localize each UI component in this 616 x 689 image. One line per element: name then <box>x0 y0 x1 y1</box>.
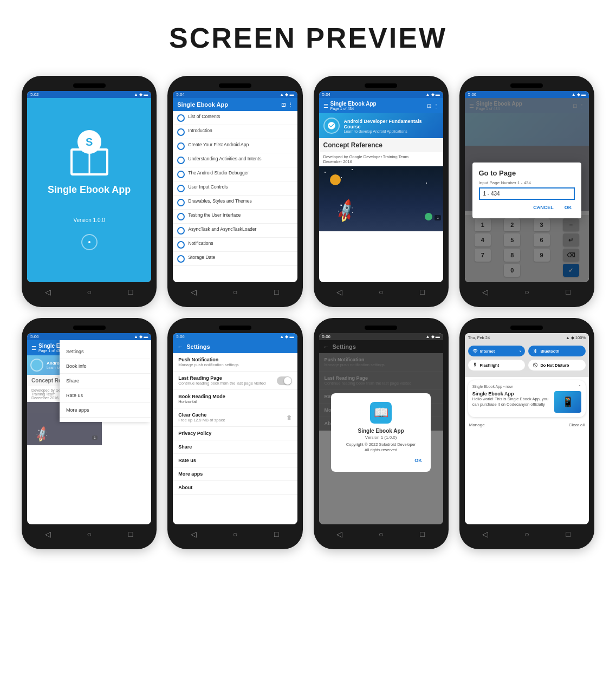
settings-item-rateus[interactable]: Rate us <box>173 454 297 467</box>
qs-internet-label: Internet <box>480 349 495 354</box>
course-title: Android Developer Fundamentals Course <box>344 119 439 129</box>
toggle-lastpage[interactable] <box>277 376 292 385</box>
cache-clear-icon[interactable]: 🗑 <box>287 414 292 420</box>
drawer-item-share[interactable]: Share <box>60 374 151 388</box>
drawer-hamburger[interactable]: ☰ <box>31 345 36 351</box>
about-ok-button[interactable]: OK <box>340 458 422 463</box>
cancel-button[interactable]: CANCEL <box>530 203 557 212</box>
notif-manage-button[interactable]: Manage <box>469 422 485 427</box>
nav-back-5[interactable]: ◁ <box>42 529 53 540</box>
toc-item-1[interactable]: Introduction <box>173 125 297 139</box>
toc-bullet-3 <box>177 157 185 164</box>
status-bar-5: 5:06 ▲ ◆ ▬ <box>27 333 151 340</box>
qs-internet[interactable]: Internet › <box>468 346 526 356</box>
nav-home-8[interactable]: ○ <box>521 529 532 540</box>
nav-recent-2[interactable]: □ <box>271 287 282 297</box>
nav-recent-5[interactable]: □ <box>125 529 136 540</box>
toc-item-2[interactable]: Create Your First Android App <box>173 139 297 153</box>
nav-bar-2: ◁ ○ □ <box>173 282 297 300</box>
nav-home-2[interactable]: ○ <box>230 287 241 297</box>
nav-back-2[interactable]: ◁ <box>188 287 199 297</box>
nav-home-6[interactable]: ○ <box>230 529 241 540</box>
drawer-item-bookinfo[interactable]: Book info <box>60 359 151 374</box>
toc-item-10[interactable]: Storage Date <box>173 252 297 266</box>
drawer-item-settings[interactable]: Settings <box>60 344 151 359</box>
nav-home-4[interactable]: ○ <box>521 287 532 297</box>
nav-recent-3[interactable]: □ <box>417 287 428 297</box>
status-time-7: 5:06 <box>322 334 331 339</box>
notif-card-thumbnail: 📱 <box>554 391 581 413</box>
drawer-item-rateus[interactable]: Rate us <box>60 388 151 403</box>
nav-home-3[interactable]: ○ <box>375 287 386 297</box>
ok-button[interactable]: OK <box>561 203 575 212</box>
quick-settings: Internet › Bluetooth Flashlight <box>465 342 589 377</box>
nav-bar-7: ◁ ○ □ <box>319 524 443 542</box>
more-icon[interactable]: ⋮ <box>433 103 439 109</box>
settings-item-readmode[interactable]: Book Reading Mode Horizontal <box>173 390 297 408</box>
qs-row-2: Flashlight Do Not Disturb <box>468 360 586 370</box>
toc-bullet-8 <box>177 227 185 235</box>
settings-item-share[interactable]: Share <box>173 440 297 454</box>
toc-item-7[interactable]: Testing the User Interface <box>173 210 297 224</box>
settings-item-about[interactable]: About <box>173 481 297 495</box>
nav-back-1[interactable]: ◁ <box>42 287 53 297</box>
goto-input-label: Input Page Number 1 - 434 <box>479 180 575 185</box>
nav-home-1[interactable]: ○ <box>84 287 95 297</box>
qs-dnd[interactable]: Do Not Disturb <box>528 360 586 370</box>
nav-bar-5: ◁ ○ □ <box>27 524 151 542</box>
settings-item-privacy[interactable]: Privacy Policy <box>173 427 297 440</box>
settings-item-moreapps[interactable]: More apps <box>173 467 297 481</box>
settings-back-icon[interactable]: ← <box>177 343 183 350</box>
phone-notch-5 <box>73 326 106 330</box>
cast-icon[interactable]: ⊡ <box>427 103 431 109</box>
hamburger-icon[interactable]: ☰ <box>323 103 328 109</box>
goto-dialog-buttons: CANCEL OK <box>479 203 575 212</box>
nav-recent-6[interactable]: □ <box>271 529 282 540</box>
star-4 <box>426 183 427 184</box>
nav-back-4[interactable]: ◁ <box>480 287 491 297</box>
space-scene: 🚀 1 <box>319 166 443 231</box>
nav-recent-1[interactable]: □ <box>125 287 136 297</box>
nav-recent-7[interactable]: □ <box>417 529 428 540</box>
qs-chevron-right: › <box>520 349 521 354</box>
toc-item-6[interactable]: Drawables, Styles and Themes <box>173 196 297 210</box>
nav-home-5[interactable]: ○ <box>84 529 95 540</box>
toc-item-3[interactable]: Understanding Activities and Intents <box>173 153 297 167</box>
toc-item-8[interactable]: AsyncTask and AsyncTaskLoader <box>173 224 297 238</box>
toc-item-9[interactable]: Notifications <box>173 238 297 252</box>
phone-4: 5:06 ▲ ◆ ▬ ☰ Single Ebook App Page 1 of … <box>459 76 594 307</box>
nav-recent-8[interactable]: □ <box>563 529 574 540</box>
splash-screen: S Single Ebook App Version 1.0.0 <box>27 98 151 282</box>
qs-flashlight[interactable]: Flashlight <box>468 360 526 370</box>
nav-back-7[interactable]: ◁ <box>334 529 345 540</box>
nav-back-8[interactable]: ◁ <box>480 529 491 540</box>
notif-clearall-button[interactable]: Clear all <box>569 422 585 427</box>
nav-back-3[interactable]: ◁ <box>334 287 345 297</box>
concept-ref-title: Concept Reference <box>323 141 439 149</box>
qs-bluetooth[interactable]: Bluetooth <box>528 346 586 356</box>
toc-item-4[interactable]: The Android Studio Debugger <box>173 167 297 181</box>
rocket-icon: 🚀 <box>332 198 359 224</box>
nav-recent-4[interactable]: □ <box>563 287 574 297</box>
toc-bullet-9 <box>177 241 185 249</box>
goto-input[interactable] <box>479 187 575 200</box>
settings-item-push[interactable]: Push Notification Manage push notificati… <box>173 353 297 372</box>
toc-item-0[interactable]: List of Contents <box>173 111 297 125</box>
settings-item-cache[interactable]: Clear Cache Free up 12.9 MB of space 🗑 <box>173 408 297 427</box>
nav-back-6[interactable]: ◁ <box>188 529 199 540</box>
notif-card-header: Single Ebook App • now ⌃ <box>472 385 581 389</box>
toc-item-5[interactable]: User Input Controls <box>173 181 297 196</box>
notif-expand-icon[interactable]: ⌃ <box>578 385 581 389</box>
nav-home-7[interactable]: ○ <box>375 529 386 540</box>
status-icons-5: ▲ ◆ ▬ <box>134 334 148 339</box>
toc-icon-cast[interactable]: ⊡ <box>281 102 286 108</box>
drawer-item-moreapps[interactable]: More apps <box>60 403 151 418</box>
phone-screen-4: 5:06 ▲ ◆ ▬ ☰ Single Ebook App Page 1 of … <box>465 91 589 282</box>
reader-header: ☰ Single Ebook App Page 1 of 434 ⊡ ⋮ <box>319 98 443 113</box>
status-time-1: 5:02 <box>30 92 39 97</box>
settings-item-lastpage[interactable]: Last Reading Page Continue reading book … <box>173 372 297 390</box>
dev-team: Developed by Google Developer Training T… <box>319 152 443 166</box>
planet-saturn <box>330 174 341 185</box>
notif-battery: ▲ ◆ 100% <box>566 335 586 340</box>
toc-icon-more[interactable]: ⋮ <box>288 102 293 108</box>
